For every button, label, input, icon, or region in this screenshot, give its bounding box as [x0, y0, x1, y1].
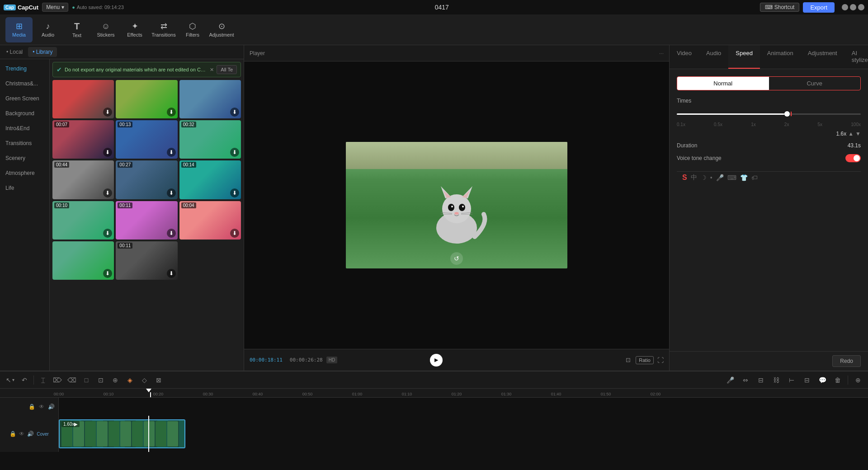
sidebar-item-life[interactable]: Life: [2, 181, 47, 195]
sticker-button[interactable]: ◇: [138, 374, 151, 386]
download-icon-7[interactable]: ⬇: [103, 188, 112, 197]
sidebar-item-transitions[interactable]: Transitions: [2, 136, 47, 150]
speed-stepper-down[interactable]: ▼: [855, 131, 861, 137]
media-thumb-2[interactable]: ⬇: [116, 80, 177, 118]
download-icon-12[interactable]: ⬇: [230, 229, 239, 238]
toolbar-item-adjustment[interactable]: ⊙ Adjustment: [208, 17, 235, 42]
lock-track-icon[interactable]: 🔒: [28, 404, 35, 410]
keyboard-icon[interactable]: ⌨: [727, 174, 736, 181]
media-thumb-3[interactable]: ⬇: [179, 80, 241, 118]
player-more-icon[interactable]: ···: [659, 50, 664, 56]
translate-icon[interactable]: S: [682, 174, 687, 182]
download-icon-4[interactable]: ⬇: [103, 148, 112, 157]
speed-tab-curve[interactable]: Curve: [769, 77, 861, 90]
tab-library[interactable]: • Library: [28, 47, 57, 57]
speed-tab-normal[interactable]: Normal: [677, 77, 769, 90]
download-icon-11[interactable]: ⬇: [167, 229, 176, 238]
split-button[interactable]: ⌶: [37, 374, 49, 386]
download-icon-5[interactable]: ⬇: [167, 148, 176, 157]
shortcut-button[interactable]: ⌨ Shortcut: [760, 3, 800, 12]
download-icon-14[interactable]: ⬇: [167, 269, 176, 278]
split-tl-icon[interactable]: ⊟: [755, 374, 767, 386]
eye-track-icon[interactable]: 👁: [39, 404, 44, 410]
ratio-badge[interactable]: Ratio: [636, 356, 654, 364]
media-thumb-5[interactable]: 00:13 ⬇: [116, 120, 177, 159]
trim-start-button[interactable]: ⌦: [51, 374, 64, 386]
media-thumb-11[interactable]: 00:11 ⬇: [116, 201, 177, 240]
mic-icon[interactable]: 🎤: [716, 174, 724, 181]
toolbar-item-audio[interactable]: ♪ Audio: [34, 17, 61, 42]
shirt-icon[interactable]: 👕: [740, 174, 748, 181]
all-te-button[interactable]: All Te: [217, 65, 237, 74]
cover-label[interactable]: Cover: [37, 432, 49, 437]
media-thumb-6[interactable]: 00:32 ⬇: [179, 120, 241, 159]
media-thumb-13[interactable]: ⬇: [52, 241, 114, 280]
tab-local[interactable]: • Local: [2, 47, 27, 57]
trim-tl-icon[interactable]: ⊢: [785, 374, 798, 386]
tab-video[interactable]: Video: [670, 45, 699, 69]
select-tool[interactable]: ↖ ▾: [4, 374, 16, 386]
toolbar-item-effects[interactable]: ✦ Effects: [121, 17, 148, 42]
eye-video-icon[interactable]: 👁: [19, 431, 24, 437]
video-clip-1[interactable]: 1.60x▶: [59, 419, 185, 448]
fit-screen-icon[interactable]: ⊡: [624, 355, 632, 365]
sidebar-item-green-screen[interactable]: Green Screen: [2, 91, 47, 106]
del-tl-icon[interactable]: 🗑: [831, 374, 844, 386]
toolbar-item-stickers[interactable]: ☺ Stickers: [92, 17, 119, 42]
crop-button[interactable]: □: [80, 374, 93, 386]
mic-tl-icon[interactable]: 🎤: [724, 374, 736, 386]
speed-slider-container[interactable]: [677, 108, 861, 119]
chinese-icon[interactable]: 中: [691, 174, 697, 182]
sidebar-item-trending[interactable]: Trending: [2, 61, 47, 76]
media-thumb-9[interactable]: 00:14 ⬇: [179, 160, 241, 199]
dot-icon[interactable]: •: [710, 174, 712, 181]
sidebar-item-christmas[interactable]: Christmas&...: [2, 76, 47, 91]
add-mark-icon[interactable]: ⊕: [852, 374, 864, 386]
chain-tl-icon[interactable]: ⛓: [770, 374, 783, 386]
download-icon-1[interactable]: ⬇: [103, 108, 112, 117]
speaker-track-icon[interactable]: 🔊: [48, 404, 55, 410]
media-thumb-14[interactable]: 00:11 ⬇: [116, 241, 177, 280]
download-icon-13[interactable]: ⬇: [103, 269, 112, 278]
voice-tone-toggle[interactable]: [845, 154, 861, 162]
undo-button[interactable]: ↶: [18, 374, 31, 386]
media-thumb-4[interactable]: 00:07 ⬇: [52, 120, 114, 159]
media-thumb-1[interactable]: ⬇: [52, 80, 114, 118]
close-button[interactable]: [858, 4, 864, 10]
minimize-button[interactable]: [842, 4, 848, 10]
toolbar-item-text[interactable]: T Text: [63, 17, 90, 42]
caption-tl-icon[interactable]: ⊟: [801, 374, 813, 386]
download-icon-8[interactable]: ⬇: [167, 188, 176, 197]
speed-slider-thumb[interactable]: [784, 111, 790, 117]
sidebar-item-background[interactable]: Background: [2, 106, 47, 121]
tag-icon[interactable]: 🏷: [751, 174, 758, 181]
moon-icon[interactable]: ☽: [701, 174, 707, 181]
lock-video-icon[interactable]: 🔒: [9, 431, 16, 437]
export-button[interactable]: Export: [803, 2, 835, 13]
maximize-button[interactable]: [850, 4, 856, 10]
sidebar-item-intro-end[interactable]: Intro&End: [2, 121, 47, 136]
tab-ai-stylize[interactable]: AI stylize: [844, 45, 868, 69]
download-icon-6[interactable]: ⬇: [230, 148, 239, 157]
download-icon-2[interactable]: ⬇: [167, 108, 176, 117]
media-thumb-8[interactable]: 00:27 ⬇: [116, 160, 177, 199]
color-button[interactable]: ◈: [123, 374, 136, 386]
delete-button[interactable]: ⊠: [152, 374, 165, 386]
menu-button[interactable]: Menu ▾: [42, 3, 68, 12]
speaker-video-icon[interactable]: 🔊: [27, 431, 34, 437]
speech-tl-icon[interactable]: 💬: [816, 374, 829, 386]
play-button[interactable]: ▶: [430, 354, 443, 367]
trim-end-button[interactable]: ⌫: [66, 374, 78, 386]
toolbar-item-media[interactable]: ⊞ Media: [5, 17, 33, 42]
sidebar-item-scenery[interactable]: Scenery: [2, 151, 47, 165]
toolbar-item-transitions[interactable]: ⇄ Transitions: [150, 17, 177, 42]
download-icon-3[interactable]: ⬇: [230, 108, 239, 117]
toolbar-item-filters[interactable]: ⬡ Filters: [179, 17, 206, 42]
notification-close[interactable]: ✕: [210, 67, 214, 73]
download-icon-9[interactable]: ⬇: [230, 188, 239, 197]
download-icon-10[interactable]: ⬇: [103, 229, 112, 238]
tab-audio[interactable]: Audio: [699, 45, 728, 69]
rotate-button[interactable]: ↺: [450, 252, 463, 265]
redo-button[interactable]: Redo: [832, 355, 861, 367]
fit-button[interactable]: ⊡: [94, 374, 107, 386]
